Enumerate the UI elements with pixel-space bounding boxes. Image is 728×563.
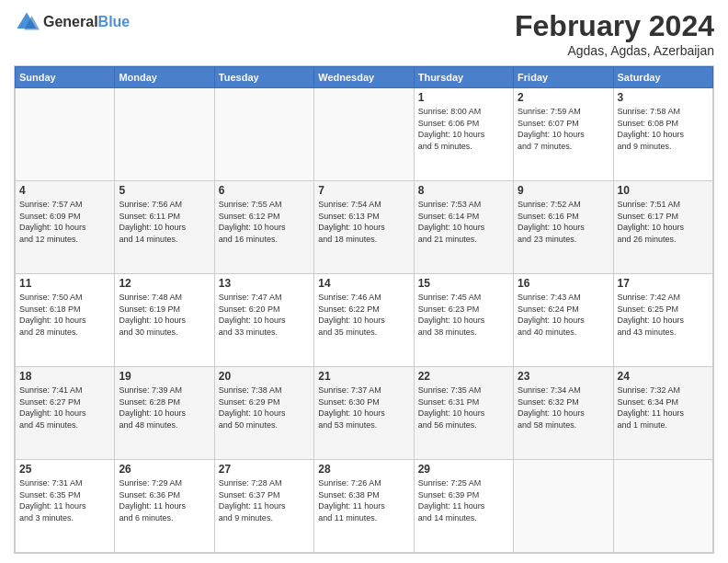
day-number: 15 [418, 277, 509, 290]
calendar-week-1: 1Sunrise: 8:00 AM Sunset: 6:06 PM Daylig… [16, 88, 713, 181]
subtitle: Agdas, Agdas, Azerbaijan [515, 43, 714, 58]
page: GeneralBlue February 2024 Agdas, Agdas, … [0, 0, 728, 563]
day-info: Sunrise: 7:53 AM Sunset: 6:14 PM Dayligh… [418, 199, 509, 245]
day-number: 6 [219, 184, 310, 197]
calendar-cell [214, 88, 313, 181]
day-info: Sunrise: 7:42 AM Sunset: 6:25 PM Dayligh… [618, 292, 709, 338]
logo-icon [14, 9, 40, 35]
calendar-cell: 22Sunrise: 7:35 AM Sunset: 6:31 PM Dayli… [414, 367, 513, 460]
day-number: 3 [618, 91, 709, 104]
calendar-cell: 18Sunrise: 7:41 AM Sunset: 6:27 PM Dayli… [16, 367, 115, 460]
day-number: 28 [318, 463, 409, 476]
calendar-cell [514, 460, 613, 553]
weekday-header-sunday: Sunday [16, 67, 115, 88]
calendar-body: 1Sunrise: 8:00 AM Sunset: 6:06 PM Daylig… [16, 88, 713, 553]
day-info: Sunrise: 7:48 AM Sunset: 6:19 PM Dayligh… [119, 292, 210, 338]
logo: GeneralBlue [14, 9, 130, 35]
day-number: 14 [318, 277, 409, 290]
calendar-cell: 20Sunrise: 7:38 AM Sunset: 6:29 PM Dayli… [214, 367, 313, 460]
day-info: Sunrise: 7:37 AM Sunset: 6:30 PM Dayligh… [318, 385, 409, 431]
calendar-cell: 19Sunrise: 7:39 AM Sunset: 6:28 PM Dayli… [115, 367, 214, 460]
day-number: 16 [518, 277, 609, 290]
day-info: Sunrise: 7:26 AM Sunset: 6:38 PM Dayligh… [318, 477, 409, 523]
calendar-cell: 26Sunrise: 7:29 AM Sunset: 6:36 PM Dayli… [115, 460, 214, 553]
day-info: Sunrise: 7:28 AM Sunset: 6:37 PM Dayligh… [219, 477, 310, 523]
calendar-cell: 8Sunrise: 7:53 AM Sunset: 6:14 PM Daylig… [414, 181, 513, 274]
day-number: 2 [518, 91, 609, 104]
calendar-cell: 9Sunrise: 7:52 AM Sunset: 6:16 PM Daylig… [514, 181, 613, 274]
calendar-week-3: 11Sunrise: 7:50 AM Sunset: 6:18 PM Dayli… [16, 274, 713, 367]
day-info: Sunrise: 7:52 AM Sunset: 6:16 PM Dayligh… [518, 199, 609, 245]
day-number: 12 [119, 277, 210, 290]
calendar-cell: 2Sunrise: 7:59 AM Sunset: 6:07 PM Daylig… [514, 88, 613, 181]
day-info: Sunrise: 7:55 AM Sunset: 6:12 PM Dayligh… [219, 199, 310, 245]
day-number: 17 [618, 277, 709, 290]
day-info: Sunrise: 7:57 AM Sunset: 6:09 PM Dayligh… [19, 199, 110, 245]
weekday-header-saturday: Saturday [613, 67, 712, 88]
day-number: 11 [19, 277, 110, 290]
day-info: Sunrise: 7:32 AM Sunset: 6:34 PM Dayligh… [618, 385, 709, 431]
day-info: Sunrise: 8:00 AM Sunset: 6:06 PM Dayligh… [418, 106, 509, 152]
day-info: Sunrise: 7:29 AM Sunset: 6:36 PM Dayligh… [119, 477, 210, 523]
day-number: 10 [618, 184, 709, 197]
calendar-cell: 27Sunrise: 7:28 AM Sunset: 6:37 PM Dayli… [214, 460, 313, 553]
day-info: Sunrise: 7:54 AM Sunset: 6:13 PM Dayligh… [318, 199, 409, 245]
calendar-header: SundayMondayTuesdayWednesdayThursdayFrid… [16, 67, 713, 88]
calendar-cell [16, 88, 115, 181]
calendar-cell: 11Sunrise: 7:50 AM Sunset: 6:18 PM Dayli… [16, 274, 115, 367]
calendar-week-2: 4Sunrise: 7:57 AM Sunset: 6:09 PM Daylig… [16, 181, 713, 274]
calendar-cell: 6Sunrise: 7:55 AM Sunset: 6:12 PM Daylig… [214, 181, 313, 274]
day-number: 27 [219, 463, 310, 476]
day-info: Sunrise: 7:34 AM Sunset: 6:32 PM Dayligh… [518, 385, 609, 431]
day-number: 8 [418, 184, 509, 197]
calendar-cell: 28Sunrise: 7:26 AM Sunset: 6:38 PM Dayli… [314, 460, 414, 553]
logo-blue: Blue [98, 14, 131, 29]
day-number: 21 [318, 370, 409, 383]
weekday-header-tuesday: Tuesday [214, 67, 313, 88]
day-number: 25 [19, 463, 110, 476]
logo-text: GeneralBlue [43, 14, 130, 30]
calendar-cell: 16Sunrise: 7:43 AM Sunset: 6:24 PM Dayli… [514, 274, 613, 367]
day-info: Sunrise: 7:59 AM Sunset: 6:07 PM Dayligh… [518, 106, 609, 152]
day-info: Sunrise: 7:46 AM Sunset: 6:22 PM Dayligh… [318, 292, 409, 338]
calendar-cell: 12Sunrise: 7:48 AM Sunset: 6:19 PM Dayli… [115, 274, 214, 367]
day-number: 4 [19, 184, 110, 197]
day-info: Sunrise: 7:41 AM Sunset: 6:27 PM Dayligh… [19, 385, 110, 431]
calendar-cell: 25Sunrise: 7:31 AM Sunset: 6:35 PM Dayli… [16, 460, 115, 553]
day-info: Sunrise: 7:51 AM Sunset: 6:17 PM Dayligh… [618, 199, 709, 245]
day-number: 19 [119, 370, 210, 383]
calendar-cell [314, 88, 414, 181]
main-title: February 2024 [515, 9, 714, 43]
calendar-cell: 17Sunrise: 7:42 AM Sunset: 6:25 PM Dayli… [613, 274, 712, 367]
day-info: Sunrise: 7:56 AM Sunset: 6:11 PM Dayligh… [119, 199, 210, 245]
title-block: February 2024 Agdas, Agdas, Azerbaijan [515, 9, 714, 58]
calendar-cell: 7Sunrise: 7:54 AM Sunset: 6:13 PM Daylig… [314, 181, 414, 274]
calendar-cell: 10Sunrise: 7:51 AM Sunset: 6:17 PM Dayli… [613, 181, 712, 274]
day-info: Sunrise: 7:25 AM Sunset: 6:39 PM Dayligh… [418, 477, 509, 523]
calendar-cell: 14Sunrise: 7:46 AM Sunset: 6:22 PM Dayli… [314, 274, 414, 367]
calendar-cell: 13Sunrise: 7:47 AM Sunset: 6:20 PM Dayli… [214, 274, 313, 367]
day-info: Sunrise: 7:43 AM Sunset: 6:24 PM Dayligh… [518, 292, 609, 338]
day-info: Sunrise: 7:50 AM Sunset: 6:18 PM Dayligh… [19, 292, 110, 338]
day-number: 20 [219, 370, 310, 383]
day-number: 1 [418, 91, 509, 104]
day-number: 26 [119, 463, 210, 476]
day-info: Sunrise: 7:58 AM Sunset: 6:08 PM Dayligh… [618, 106, 709, 152]
calendar: SundayMondayTuesdayWednesdayThursdayFrid… [14, 65, 714, 554]
calendar-cell: 4Sunrise: 7:57 AM Sunset: 6:09 PM Daylig… [16, 181, 115, 274]
day-info: Sunrise: 7:47 AM Sunset: 6:20 PM Dayligh… [219, 292, 310, 338]
calendar-cell: 23Sunrise: 7:34 AM Sunset: 6:32 PM Dayli… [514, 367, 613, 460]
calendar-cell [613, 460, 712, 553]
day-number: 7 [318, 184, 409, 197]
weekday-row: SundayMondayTuesdayWednesdayThursdayFrid… [16, 67, 713, 88]
day-number: 13 [219, 277, 310, 290]
calendar-cell: 15Sunrise: 7:45 AM Sunset: 6:23 PM Dayli… [414, 274, 513, 367]
weekday-header-friday: Friday [514, 67, 613, 88]
day-info: Sunrise: 7:38 AM Sunset: 6:29 PM Dayligh… [219, 385, 310, 431]
calendar-cell: 3Sunrise: 7:58 AM Sunset: 6:08 PM Daylig… [613, 88, 712, 181]
weekday-header-monday: Monday [115, 67, 214, 88]
day-info: Sunrise: 7:31 AM Sunset: 6:35 PM Dayligh… [19, 477, 110, 523]
day-number: 23 [518, 370, 609, 383]
calendar-table: SundayMondayTuesdayWednesdayThursdayFrid… [15, 66, 713, 553]
weekday-header-wednesday: Wednesday [314, 67, 414, 88]
